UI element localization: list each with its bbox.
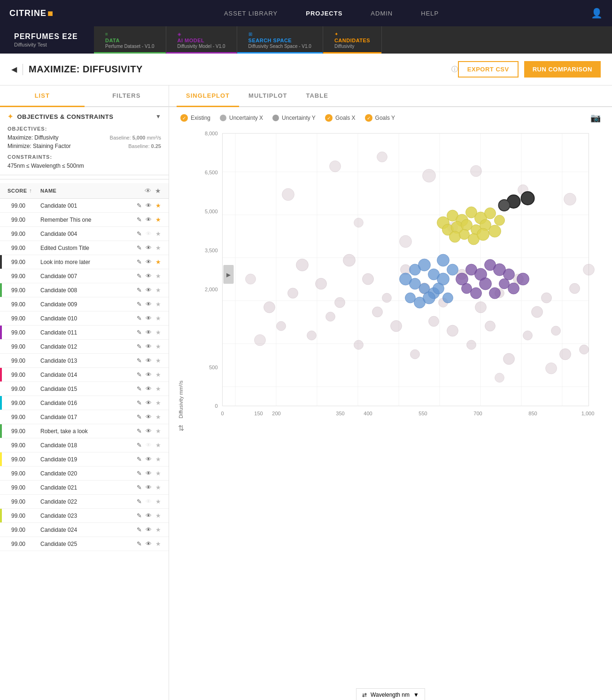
edit-icon[interactable]: ✎ — [137, 315, 142, 322]
edit-icon[interactable]: ✎ — [137, 456, 142, 463]
pin-icon[interactable]: ★ — [155, 399, 161, 406]
pin-icon[interactable]: ★ — [155, 272, 161, 280]
edit-icon[interactable]: ✎ — [137, 512, 142, 519]
candidate-row[interactable]: 99.00Remember This one✎👁★ — [0, 213, 169, 227]
legend-uncertainty-y[interactable]: Uncertainty Y — [272, 115, 316, 121]
y-axis-sort-icon[interactable]: ⇅ — [178, 424, 184, 433]
nav-projects[interactable]: PROJECTS — [306, 10, 342, 17]
eye-icon[interactable]: 👁 — [146, 442, 152, 449]
eye-icon[interactable]: 👁 — [146, 371, 152, 378]
eye-icon[interactable]: 👁 — [146, 498, 152, 505]
eye-icon[interactable]: 👁 — [146, 456, 152, 463]
eye-icon[interactable]: 👁 — [146, 202, 152, 209]
sort-icon[interactable]: ↑ — [29, 187, 32, 194]
legend-goals-y[interactable]: ✓ Goals Y — [365, 114, 395, 122]
tab-table[interactable]: TABLE — [296, 86, 337, 106]
edit-icon[interactable]: ✎ — [137, 385, 142, 392]
candidate-row[interactable]: 99.00Candidate 008✎👁★ — [0, 283, 169, 297]
eye-icon[interactable]: 👁 — [146, 329, 152, 336]
user-icon[interactable]: 👤 — [591, 8, 603, 19]
pin-icon[interactable]: ★ — [155, 230, 161, 237]
pin-icon[interactable]: ★ — [155, 202, 161, 209]
candidate-row[interactable]: 99.00Candidate 009✎👁★ — [0, 297, 169, 311]
edit-icon[interactable]: ✎ — [137, 428, 142, 435]
pin-icon[interactable]: ★ — [155, 244, 161, 251]
pin-icon[interactable]: ★ — [155, 315, 161, 322]
pin-icon[interactable]: ★ — [155, 371, 161, 378]
edit-icon[interactable]: ✎ — [137, 244, 142, 251]
edit-icon[interactable]: ✎ — [137, 287, 142, 294]
edit-icon[interactable]: ✎ — [137, 413, 142, 420]
nav-admin[interactable]: ADMIN — [371, 10, 393, 17]
candidate-row[interactable]: 99.00Candidate 016✎👁★ — [0, 396, 169, 410]
eye-icon[interactable]: 👁 — [146, 484, 152, 491]
candidate-row[interactable]: 99.00Candidate 017✎👁★ — [0, 410, 169, 424]
pin-icon[interactable]: ★ — [155, 216, 161, 223]
edit-icon[interactable]: ✎ — [137, 399, 142, 406]
pin-icon[interactable]: ★ — [155, 301, 161, 308]
tab-candidates[interactable]: ✦ CANDIDATES Diffusivity — [323, 26, 382, 54]
nav-asset-library[interactable]: ASSET LIBRARY — [224, 10, 278, 17]
export-csv-button[interactable]: EXPORT CSV — [458, 61, 519, 78]
candidate-row[interactable]: 99.00Candidate 023✎👁★ — [0, 509, 169, 523]
camera-button[interactable]: 📷 — [590, 113, 601, 123]
candidate-row[interactable]: 99.00Look into more later✎👁★ — [0, 255, 169, 269]
eye-icon[interactable]: 👁 — [146, 287, 152, 294]
eye-icon[interactable]: 👁 — [146, 512, 152, 519]
edit-icon[interactable]: ✎ — [137, 329, 142, 336]
pin-icon[interactable]: ★ — [155, 357, 161, 364]
edit-icon[interactable]: ✎ — [137, 526, 142, 533]
edit-icon[interactable]: ✎ — [137, 371, 142, 378]
edit-icon[interactable]: ✎ — [137, 216, 142, 223]
edit-icon[interactable]: ✎ — [137, 272, 142, 280]
edit-icon[interactable]: ✎ — [137, 202, 142, 209]
col-score[interactable]: SCORE ↑ — [8, 187, 40, 194]
run-comparison-button[interactable]: RUN COMPARISON — [524, 61, 601, 78]
pin-icon[interactable]: ★ — [155, 385, 161, 392]
candidate-row[interactable]: 99.00Candidate 015✎👁★ — [0, 382, 169, 396]
candidate-row[interactable]: 99.00Candidate 013✎👁★ — [0, 354, 169, 368]
eye-icon[interactable]: 👁 — [146, 343, 152, 350]
eye-icon[interactable]: 👁 — [146, 540, 152, 547]
candidate-row[interactable]: 99.00Candidate 020✎👁★ — [0, 467, 169, 481]
candidate-row[interactable]: 99.00Candidate 025✎👁★ — [0, 537, 169, 551]
pin-icon[interactable]: ★ — [155, 287, 161, 294]
eye-icon[interactable]: 👁 — [146, 357, 152, 364]
pin-icon[interactable]: ★ — [155, 456, 161, 463]
candidate-row[interactable]: 99.00Candidate 004✎👁★ — [0, 227, 169, 241]
pin-header-icon[interactable]: ★ — [155, 187, 161, 194]
info-icon[interactable]: ⓘ — [451, 65, 458, 74]
eye-icon[interactable]: 👁 — [146, 385, 152, 392]
tab-multiplot[interactable]: MULTIPLOT — [239, 86, 296, 106]
edit-icon[interactable]: ✎ — [137, 540, 142, 547]
eye-icon[interactable]: 👁 — [146, 428, 152, 435]
eye-icon[interactable]: 👁 — [146, 230, 152, 237]
candidate-row[interactable]: 99.00Candidate 001✎👁★ — [0, 199, 169, 213]
tab-data[interactable]: ≡ DATA Perfume Dataset - V1.0 — [94, 26, 166, 54]
pin-icon[interactable]: ★ — [155, 428, 161, 435]
pin-icon[interactable]: ★ — [155, 498, 161, 505]
back-button[interactable]: ◀ — [11, 65, 17, 74]
eye-icon[interactable]: 👁 — [146, 258, 152, 265]
candidate-row[interactable]: 99.00Candidate 007✎👁★ — [0, 269, 169, 283]
tab-list[interactable]: LIST — [0, 86, 85, 107]
pin-icon[interactable]: ★ — [155, 329, 161, 336]
candidate-row[interactable]: 99.00Candidate 011✎👁★ — [0, 326, 169, 340]
candidate-row[interactable]: 99.00Robert, take a look✎👁★ — [0, 424, 169, 438]
eye-icon[interactable]: 👁 — [146, 470, 152, 477]
eye-icon[interactable]: 👁 — [146, 413, 152, 420]
eye-icon[interactable]: 👁 — [146, 272, 152, 280]
candidate-row[interactable]: 99.00Candidate 012✎👁★ — [0, 340, 169, 354]
edit-icon[interactable]: ✎ — [137, 442, 142, 449]
legend-uncertainty-x[interactable]: Uncertainty X — [220, 115, 263, 121]
pin-icon[interactable]: ★ — [155, 442, 161, 449]
pin-icon[interactable]: ★ — [155, 540, 161, 547]
candidate-row[interactable]: 99.00Edited Custom Title✎👁★ — [0, 241, 169, 255]
eye-header-icon[interactable]: 👁 — [145, 187, 151, 194]
candidate-row[interactable]: 99.00Candidate 014✎👁★ — [0, 368, 169, 382]
edit-icon[interactable]: ✎ — [137, 470, 142, 477]
edit-icon[interactable]: ✎ — [137, 498, 142, 505]
candidate-row[interactable]: 99.00Candidate 022✎👁★ — [0, 495, 169, 509]
tab-search-space[interactable]: ⊞ SEARCH SPACE Diffusivity Seach Space -… — [237, 26, 323, 54]
tab-filters[interactable]: FILTERS — [85, 86, 169, 106]
